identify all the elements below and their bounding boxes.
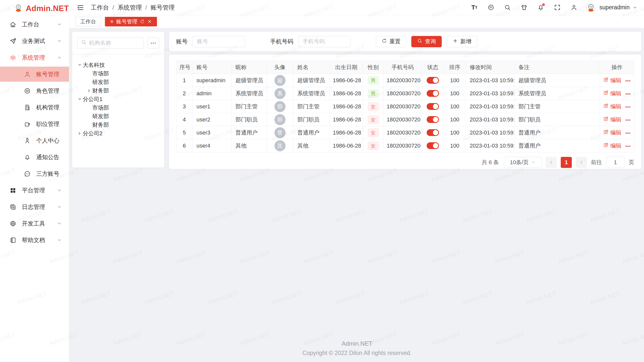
edit-button[interactable]: 编辑 — [603, 116, 621, 123]
org-search-input[interactable] — [89, 40, 140, 46]
status-toggle[interactable] — [427, 103, 439, 110]
sidebar-item-position-management[interactable]: 职位管理 — [0, 116, 69, 131]
tree-expand-icon[interactable] — [77, 96, 83, 102]
cell-name: 普通用户 — [293, 126, 330, 139]
breadcrumb: 工作台 / 系统管理 / 账号管理 — [91, 4, 175, 12]
tree-node[interactable]: 市场部 — [77, 104, 162, 112]
cell-gender: 女 — [363, 113, 384, 126]
sidebar-item-third-account[interactable]: 三方账号 — [0, 166, 69, 181]
sidebar-item-help-docs[interactable]: 帮助文档 — [0, 233, 69, 248]
active-dot-icon — [110, 20, 114, 23]
search-button[interactable]: 查询 — [411, 36, 442, 47]
sidebar-item-role-management[interactable]: 角色管理 — [0, 83, 69, 98]
theme-shirt-icon[interactable] — [519, 2, 530, 13]
tab-workbench[interactable]: 工作台 — [75, 17, 101, 26]
cell-phone: 18020030720 — [384, 113, 422, 126]
tree-expand-icon[interactable] — [86, 88, 92, 94]
tree-node[interactable]: 市场部 — [77, 69, 162, 78]
sidebar-item-notice[interactable]: 通知公告 — [0, 150, 69, 165]
tree-expand-icon[interactable] — [77, 62, 83, 68]
notification-bell-icon[interactable] — [536, 2, 546, 13]
collapse-menu-icon[interactable] — [77, 4, 84, 11]
font-size-icon[interactable]: TT — [469, 2, 480, 13]
sidebar-item-org-management[interactable]: 机构管理 — [0, 100, 69, 115]
cell-seq: 6 — [176, 139, 192, 152]
cell-modified: 2023-01-03 10:59:44 — [466, 126, 514, 139]
page-size-select[interactable]: 10条/页 — [504, 157, 542, 168]
sidebar-item-workbench[interactable]: 工作台 — [0, 17, 69, 32]
cell-status — [422, 113, 444, 126]
tree-expand-icon[interactable] — [77, 130, 83, 137]
tree-node-label: 财务部 — [92, 87, 109, 95]
cell-avatar: 部 — [267, 113, 293, 126]
tree-node[interactable]: 研发部 — [77, 78, 162, 86]
reset-button[interactable]: 重置 — [376, 36, 406, 47]
more-actions-button[interactable]: ••• — [625, 92, 631, 96]
sidebar-item-system-management[interactable]: 系统管理 — [0, 50, 69, 65]
current-page-button[interactable]: 1 — [561, 157, 572, 168]
tree-node[interactable]: 分公司1 — [77, 95, 162, 104]
gender-badge: 男 — [368, 76, 379, 85]
language-icon[interactable]: 中 — [486, 2, 496, 13]
sidebar-item-platform-management[interactable]: 平台管理 — [0, 183, 69, 198]
phone-filter-input[interactable] — [298, 36, 351, 47]
cell-status — [422, 100, 444, 113]
chevron-down-icon — [57, 221, 62, 226]
cell-nickname: 系统管理员 — [231, 87, 267, 100]
sidebar-item-account-management[interactable]: 账号管理 — [0, 67, 69, 82]
edit-button[interactable]: 编辑 — [603, 129, 621, 137]
refresh-tab-icon[interactable] — [140, 19, 145, 24]
right-column: 账号 手机号码 重置 查询 新增 序号账号昵称头像姓名出生日期性别手机号码状态排… — [169, 32, 641, 169]
status-toggle[interactable] — [427, 129, 439, 136]
sidebar-item-personal-center[interactable]: 个人中心 — [0, 133, 69, 148]
tab-account-management[interactable]: 账号管理 — [105, 17, 157, 26]
status-toggle[interactable] — [427, 90, 439, 97]
more-actions-button[interactable]: ••• — [625, 144, 631, 149]
sidebar-item-log-management[interactable]: 日志管理 — [0, 199, 69, 214]
logo[interactable]: Admin.NET — [0, 0, 69, 17]
cell-account: user3 — [192, 126, 231, 139]
search-icon[interactable] — [502, 2, 513, 13]
profile-person-icon[interactable] — [569, 2, 579, 13]
table-row: 3user1部门主管部部门主管1986-06-28女18020030720100… — [176, 100, 634, 113]
org-more-button[interactable]: ... — [148, 37, 159, 49]
prev-page-button[interactable] — [546, 157, 557, 168]
tree-node[interactable]: 财务部 — [77, 86, 162, 95]
tree-node[interactable]: 财务部 — [77, 121, 162, 129]
sidebar-item-label: 三方账号 — [36, 170, 62, 178]
footer-copyright: Copyright © 2022 Dilon All rights reserv… — [69, 350, 644, 356]
column-header: 头像 — [267, 61, 293, 74]
breadcrumb-item-workbench[interactable]: 工作台 — [91, 4, 109, 12]
sidebar-item-business-test[interactable]: 业务测试 — [0, 33, 69, 49]
status-toggle[interactable] — [427, 116, 439, 123]
more-actions-button[interactable]: ••• — [625, 118, 631, 122]
tree-node[interactable]: 分公司2 — [77, 129, 162, 138]
cell-account: superadmin — [192, 74, 231, 87]
edit-button[interactable]: 编辑 — [603, 77, 621, 84]
more-actions-button[interactable]: ••• — [625, 78, 631, 83]
more-actions-button[interactable]: ••• — [625, 131, 631, 135]
breadcrumb-item-account[interactable]: 账号管理 — [150, 4, 175, 12]
edit-icon — [603, 116, 609, 123]
cell-name: 部门职员 — [293, 113, 330, 126]
add-button[interactable]: 新增 — [447, 36, 477, 47]
status-toggle[interactable] — [427, 142, 439, 149]
close-tab-icon[interactable] — [147, 19, 152, 24]
cell-account: user2 — [192, 113, 231, 126]
edit-button[interactable]: 编辑 — [603, 142, 621, 150]
user-menu[interactable]: superadmin — [585, 2, 637, 13]
more-actions-button[interactable]: ••• — [625, 105, 631, 109]
tree-node[interactable]: 大名科技 — [77, 61, 162, 69]
fullscreen-icon[interactable] — [552, 2, 563, 13]
edit-button[interactable]: 编辑 — [603, 103, 621, 110]
account-filter-input[interactable] — [193, 36, 245, 47]
status-toggle[interactable] — [427, 77, 439, 84]
edit-button[interactable]: 编辑 — [603, 90, 621, 97]
cell-birth: 1986-06-28 — [330, 100, 363, 113]
tree-node[interactable]: 研发部 — [77, 112, 162, 121]
goto-page-input[interactable] — [606, 157, 625, 168]
sidebar-item-dev-tools[interactable]: 开发工具 — [0, 216, 69, 231]
breadcrumb-item-system[interactable]: 系统管理 — [118, 4, 142, 12]
cell-gender: 女 — [363, 126, 384, 139]
next-page-button[interactable] — [576, 157, 587, 168]
